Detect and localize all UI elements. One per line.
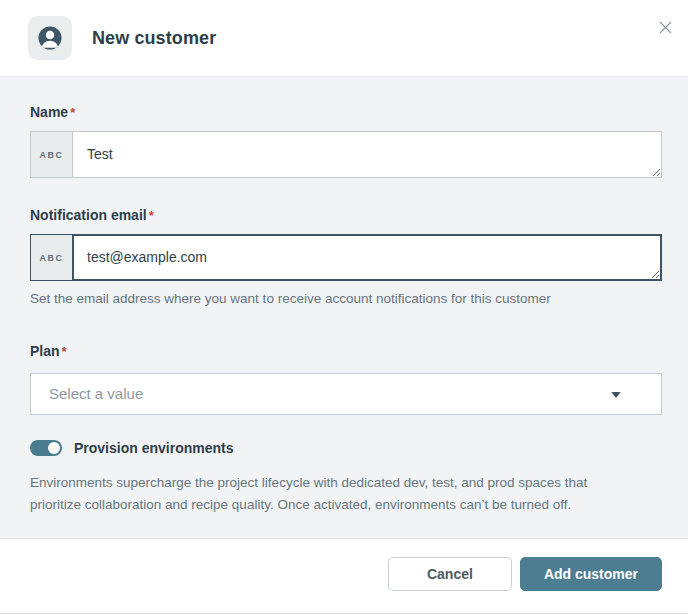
name-label: Name*	[30, 104, 662, 120]
email-input-row: ABC test@example.com	[30, 234, 662, 281]
plan-field-group: Plan* Select a value	[30, 343, 662, 415]
add-customer-button[interactable]: Add customer	[520, 557, 662, 591]
email-label: Notification email*	[30, 207, 662, 223]
dialog-body: Name* ABC Test Notification email* ABC t…	[0, 77, 688, 539]
cancel-button[interactable]: Cancel	[388, 557, 512, 591]
email-input[interactable]: test@example.com	[72, 234, 662, 281]
environments-description: Environments supercharge the project lif…	[30, 472, 640, 517]
name-label-text: Name	[30, 104, 68, 120]
plan-label: Plan*	[30, 343, 662, 359]
abc-type-icon: ABC	[40, 253, 64, 263]
plan-select[interactable]: Select a value	[30, 373, 662, 415]
name-required-marker: *	[70, 105, 75, 120]
name-field-group: Name* ABC Test	[30, 104, 662, 178]
plan-required-marker: *	[62, 344, 67, 359]
email-helper-text: Set the email address where you want to …	[30, 289, 662, 309]
plan-label-text: Plan	[30, 343, 60, 359]
close-icon	[659, 21, 672, 34]
close-button[interactable]	[654, 16, 676, 38]
name-input-row: ABC Test	[30, 131, 662, 178]
dialog-footer: Cancel Add customer	[0, 539, 688, 613]
name-text-type-prefix: ABC	[30, 131, 72, 178]
email-required-marker: *	[149, 208, 154, 223]
plan-select-placeholder: Select a value	[49, 385, 143, 402]
dialog-header: New customer	[0, 0, 688, 77]
provision-environments-label: Provision environments	[74, 440, 233, 456]
dialog-title: New customer	[92, 28, 216, 49]
email-text-type-prefix: ABC	[30, 234, 72, 281]
abc-type-icon: ABC	[40, 150, 64, 160]
new-customer-dialog: New customer Name* ABC Test Notification…	[0, 0, 688, 614]
provision-environments-toggle[interactable]	[30, 440, 62, 456]
toggle-knob	[48, 442, 60, 454]
chevron-down-icon	[611, 392, 621, 398]
email-field-group: Notification email* ABC test@example.com…	[30, 207, 662, 309]
name-input[interactable]: Test	[72, 131, 662, 178]
provision-environments-row: Provision environments	[30, 440, 662, 456]
email-label-text: Notification email	[30, 207, 147, 223]
user-avatar-icon	[28, 16, 72, 60]
